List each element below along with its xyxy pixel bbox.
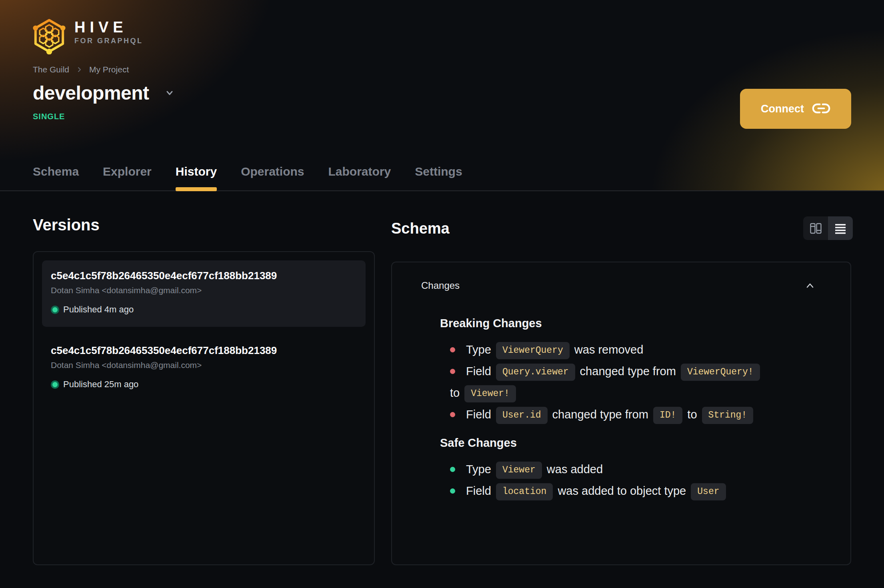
bullet-dot: [450, 488, 455, 494]
tab-explorer[interactable]: Explorer: [103, 165, 152, 190]
connect-button[interactable]: Connect: [740, 89, 851, 129]
change-item: Field Query.viewer changed type from Vie…: [450, 360, 812, 404]
change-text: Type: [466, 463, 494, 476]
version-author: Dotan Simha <dotansimha@gmail.com>: [51, 285, 357, 296]
code-chip: ViewerQuery: [496, 342, 570, 359]
columns-view-button[interactable]: [803, 216, 828, 240]
change-line: Field Query.viewer changed type from Vie…: [450, 360, 812, 382]
version-card[interactable]: c5e4c1c5f78b26465350e4ecf677cf188bb21389…: [42, 260, 366, 327]
code-chip: ID!: [653, 407, 682, 424]
change-text: changed type from: [577, 365, 679, 378]
page-title: development: [33, 82, 149, 104]
version-status: Published 25m ago: [51, 379, 357, 390]
target-title-row: development: [33, 82, 176, 104]
tab-history[interactable]: History: [176, 165, 217, 190]
change-text: changed type from: [549, 408, 652, 421]
tab-label: History: [176, 165, 217, 178]
main-content: Versions Schema c5e4c1c5f78b: [0, 191, 884, 588]
chevron-right-icon: [76, 66, 83, 73]
chevron-up-icon: [804, 280, 816, 291]
version-card[interactable]: c5e4c1c5f78b26465350e4ecf677cf188bb21389…: [42, 335, 366, 402]
bullet-dot: [450, 412, 455, 417]
collapse-button[interactable]: [802, 279, 818, 292]
tab-label: Explorer: [103, 165, 152, 178]
tab-bar: SchemaExplorerHistoryOperationsLaborator…: [33, 165, 462, 190]
changes-groups: Breaking ChangesType ViewerQuery was rem…: [421, 316, 812, 502]
change-line: Field User.id changed type from ID! to S…: [450, 404, 812, 425]
brand-tagline: FOR GRAPHQL: [74, 36, 143, 45]
code-chip: User: [691, 483, 726, 500]
breadcrumb-org[interactable]: The Guild: [33, 64, 69, 75]
link-icon: [812, 102, 830, 116]
tab-label: Operations: [241, 165, 304, 178]
change-text: was added to object type: [554, 484, 689, 497]
version-status: Published 4m ago: [51, 304, 357, 315]
change-text: to: [450, 386, 463, 399]
version-status-text: Published 25m ago: [63, 379, 138, 390]
change-list: Type ViewerQuery was removedField Query.…: [450, 339, 812, 425]
version-hash: c5e4c1c5f78b26465350e4ecf677cf188bb21389: [51, 269, 357, 282]
app-root: HIVE FOR GRAPHQL The Guild My Project de…: [0, 0, 884, 588]
tab-laboratory[interactable]: Laboratory: [328, 165, 391, 190]
change-item: Field location was added to object type …: [450, 480, 812, 502]
code-chip: Viewer!: [464, 385, 516, 402]
change-group-title: Breaking Changes: [440, 316, 812, 330]
chevron-down-icon[interactable]: [164, 88, 176, 100]
bullet-dot: [450, 467, 455, 472]
bullet-dot: [450, 369, 455, 374]
tab-label: Settings: [415, 165, 462, 178]
change-text: Field: [466, 365, 494, 378]
schema-title: Schema: [391, 220, 450, 237]
tab-schema[interactable]: Schema: [33, 165, 79, 190]
bullet-dot: [450, 347, 455, 352]
status-dot-icon: [51, 380, 59, 389]
change-group-title: Safe Changes: [440, 436, 812, 450]
versions-title: Versions: [33, 216, 100, 234]
tab-label: Laboratory: [328, 165, 391, 178]
code-chip: Query.viewer: [496, 364, 575, 381]
list-view-icon: [834, 222, 847, 235]
breadcrumb: The Guild My Project: [33, 64, 129, 75]
hive-logo-icon: [33, 16, 66, 54]
hive-logo[interactable]: HIVE FOR GRAPHQL: [33, 16, 143, 54]
change-text: to: [684, 408, 700, 421]
change-text: Type: [466, 343, 494, 356]
change-item: Type ViewerQuery was removed: [450, 339, 812, 360]
change-text: Field: [466, 484, 494, 497]
columns-view-icon: [809, 222, 822, 235]
version-hash: c5e4c1c5f78b26465350e4ecf677cf188bb21389: [51, 344, 357, 357]
code-chip: String!: [702, 407, 754, 424]
change-item: Field User.id changed type from ID! to S…: [450, 404, 812, 425]
code-chip: ViewerQuery!: [681, 364, 760, 381]
brand-text: HIVE FOR GRAPHQL: [74, 19, 143, 45]
change-text: was removed: [571, 343, 644, 356]
change-line: Field location was added to object type …: [450, 480, 812, 502]
tab-operations[interactable]: Operations: [241, 165, 304, 190]
version-status-text: Published 4m ago: [63, 304, 134, 315]
breadcrumb-project[interactable]: My Project: [89, 64, 129, 75]
change-line: Type Viewer was added: [450, 458, 812, 480]
view-toggle: [803, 216, 853, 240]
change-line: to Viewer!: [450, 382, 812, 404]
tab-settings[interactable]: Settings: [415, 165, 462, 190]
version-author: Dotan Simha <dotansimha@gmail.com>: [51, 360, 357, 370]
versions-panel: c5e4c1c5f78b26465350e4ecf677cf188bb21389…: [33, 251, 375, 565]
code-chip: Viewer: [496, 462, 542, 479]
connect-button-label: Connect: [761, 103, 804, 115]
change-list: Type Viewer was addedField location was …: [450, 458, 812, 502]
changes-section-label: Changes: [421, 278, 460, 293]
target-type-badge: SINGLE: [33, 111, 65, 122]
changes-section-header[interactable]: Changes: [421, 278, 812, 293]
status-dot-icon: [51, 306, 59, 314]
schema-changes-panel: Changes Breaking ChangesType ViewerQuery…: [391, 262, 851, 565]
code-chip: User.id: [496, 407, 548, 424]
change-item: Type Viewer was added: [450, 458, 812, 480]
change-line: Type ViewerQuery was removed: [450, 339, 812, 360]
code-chip: location: [496, 483, 553, 500]
active-tab-indicator: [176, 187, 217, 191]
list-view-button[interactable]: [828, 216, 853, 240]
brand-name: HIVE: [74, 19, 143, 35]
tab-label: Schema: [33, 165, 79, 178]
change-text: Field: [466, 408, 494, 421]
change-text: was added: [544, 463, 603, 476]
